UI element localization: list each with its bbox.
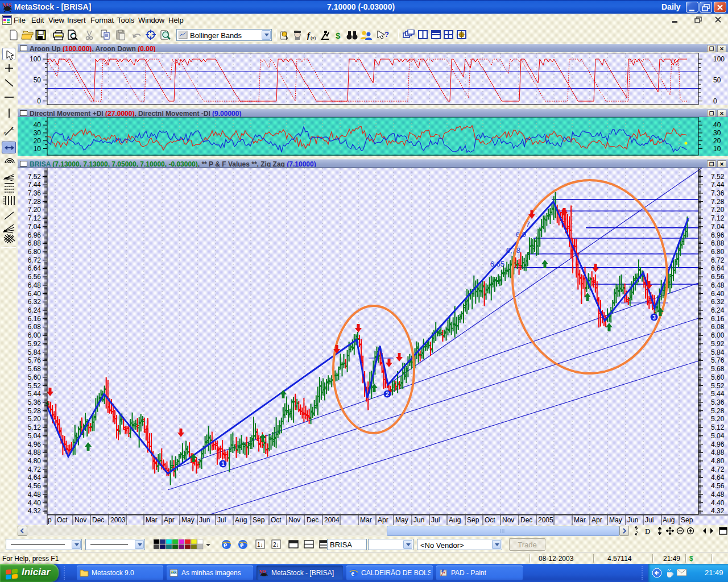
svg-text:7.12: 7.12 <box>711 214 725 222</box>
svg-text:Jun: Jun <box>627 516 638 524</box>
svg-text:5.36: 5.36 <box>28 398 42 406</box>
svg-text:Mar: Mar <box>360 516 372 524</box>
svg-text:0: 0 <box>37 97 41 105</box>
svg-text:May: May <box>609 516 622 524</box>
svg-text:10: 10 <box>34 145 42 153</box>
svg-text:5.04: 5.04 <box>711 432 725 440</box>
svg-text:6.40: 6.40 <box>711 290 725 298</box>
svg-text:30: 30 <box>713 129 721 137</box>
svg-text:5.12: 5.12 <box>28 423 42 431</box>
svg-text:Jun: Jun <box>413 516 424 524</box>
svg-text:2004: 2004 <box>324 516 340 524</box>
svg-text:6.24: 6.24 <box>28 306 42 314</box>
svg-text:5.20: 5.20 <box>28 415 42 423</box>
svg-text:2: 2 <box>386 391 389 397</box>
svg-text:$: $ <box>336 31 341 40</box>
svg-text:Dec: Dec <box>92 516 104 524</box>
svg-text:100: 100 <box>30 55 41 63</box>
svg-text:20: 20 <box>713 137 721 145</box>
svg-text:Sep: Sep <box>681 516 693 524</box>
svg-text:5.84: 5.84 <box>28 348 42 356</box>
svg-text:5.60: 5.60 <box>28 373 42 381</box>
svg-text:7.36: 7.36 <box>711 189 725 197</box>
svg-text:4.48: 4.48 <box>711 490 725 498</box>
svg-text:Jul: Jul <box>217 516 226 524</box>
svg-text:May: May <box>181 516 195 524</box>
svg-text:5.52: 5.52 <box>28 382 42 390</box>
svg-text:6.80: 6.80 <box>711 248 725 256</box>
svg-text:7.12: 7.12 <box>28 214 42 222</box>
svg-text:7.28: 7.28 <box>28 198 42 206</box>
svg-text:3: 3 <box>652 314 656 321</box>
svg-text:Dec: Dec <box>307 516 318 524</box>
svg-text:4.56: 4.56 <box>711 482 725 490</box>
svg-text:40: 40 <box>713 121 721 129</box>
svg-text:Nov: Nov <box>75 516 86 524</box>
svg-text:Aug: Aug <box>235 516 247 524</box>
svg-text:May: May <box>395 516 408 524</box>
svg-text:(x): (x) <box>311 35 316 40</box>
svg-text:6.08: 6.08 <box>711 323 725 331</box>
svg-text:Aug: Aug <box>663 516 675 524</box>
svg-text:Mar: Mar <box>574 516 586 524</box>
svg-text:6.80: 6.80 <box>28 248 42 256</box>
svg-text:7.04: 7.04 <box>28 223 42 231</box>
svg-text:10: 10 <box>713 145 721 153</box>
svg-text:7.44: 7.44 <box>711 181 725 189</box>
svg-text:7.20: 7.20 <box>28 206 42 214</box>
svg-text:Dec: Dec <box>520 516 532 524</box>
svg-text:7.52: 7.52 <box>711 173 725 181</box>
svg-text:6.16: 6.16 <box>711 315 725 323</box>
svg-text:6.00: 6.00 <box>28 331 42 339</box>
svg-text:5.92: 5.92 <box>28 340 42 348</box>
svg-text:6.88: 6.88 <box>28 239 42 247</box>
svg-text:5.04: 5.04 <box>28 432 42 440</box>
svg-text:Oct: Oct <box>57 516 68 524</box>
svg-text:7.20: 7.20 <box>711 206 725 214</box>
svg-text:50: 50 <box>34 76 42 84</box>
svg-text:5.76: 5.76 <box>711 356 725 364</box>
svg-text:4.88: 4.88 <box>711 448 725 456</box>
svg-text:Nov: Nov <box>502 516 514 524</box>
svg-text:7.04: 7.04 <box>711 223 725 231</box>
svg-text:50: 50 <box>713 76 721 84</box>
svg-text:7.52: 7.52 <box>28 173 42 181</box>
svg-text:2↓: 2↓ <box>273 542 279 548</box>
svg-text:Apr: Apr <box>164 516 175 524</box>
svg-text:6.72: 6.72 <box>711 256 725 264</box>
svg-text:5.44: 5.44 <box>711 390 725 398</box>
svg-text:4.96: 4.96 <box>28 440 42 448</box>
svg-text:6.48: 6.48 <box>28 281 42 289</box>
svg-text:4.64: 4.64 <box>711 473 725 481</box>
svg-text:Oct: Oct <box>271 516 282 524</box>
svg-text:5.20: 5.20 <box>711 415 725 423</box>
svg-text:5.84: 5.84 <box>711 348 725 356</box>
svg-text:4.32: 4.32 <box>711 507 725 515</box>
svg-text:4.88: 4.88 <box>28 448 42 456</box>
svg-text:5.60: 5.60 <box>711 373 725 381</box>
svg-text:4.72: 4.72 <box>711 465 725 473</box>
svg-text:4.40: 4.40 <box>28 499 42 507</box>
svg-text:D: D <box>645 527 650 535</box>
svg-text:7.44: 7.44 <box>28 181 42 189</box>
svg-text:6.48: 6.48 <box>711 281 725 289</box>
svg-text:5.12: 5.12 <box>711 423 725 431</box>
svg-text:6.96: 6.96 <box>711 231 725 239</box>
svg-text:Jul: Jul <box>431 516 440 524</box>
svg-text:Sep: Sep <box>467 516 479 524</box>
svg-text:4.32: 4.32 <box>28 507 42 515</box>
svg-text:6.40: 6.40 <box>28 290 42 298</box>
svg-text:6.24: 6.24 <box>711 306 725 314</box>
svg-text:6.56: 6.56 <box>28 273 42 281</box>
svg-text:100: 100 <box>713 55 725 63</box>
svg-text:5.28: 5.28 <box>28 407 42 415</box>
svg-text:Jul: Jul <box>645 516 653 524</box>
svg-text:5.36: 5.36 <box>711 398 725 406</box>
svg-text:4.48: 4.48 <box>28 490 42 498</box>
svg-text:4.80: 4.80 <box>28 457 42 465</box>
svg-text:5.68: 5.68 <box>28 365 42 373</box>
svg-text:Apr: Apr <box>378 516 388 524</box>
svg-text:4.72: 4.72 <box>28 465 42 473</box>
svg-text:5.92: 5.92 <box>711 340 725 348</box>
svg-text:5.52: 5.52 <box>711 382 725 390</box>
